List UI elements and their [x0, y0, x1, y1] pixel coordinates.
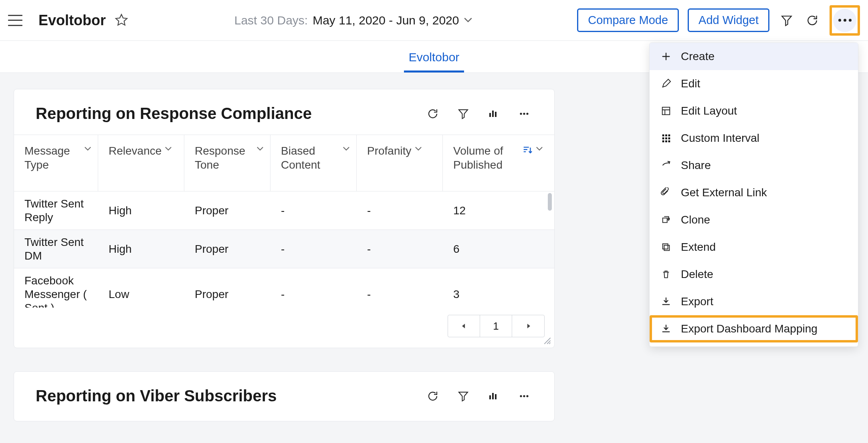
menu-item-extend[interactable]: Extend	[650, 234, 858, 261]
widget-more-icon[interactable]	[516, 388, 533, 405]
grid-icon	[660, 132, 672, 144]
table-cell: Low	[98, 268, 184, 308]
widget-chart-icon[interactable]	[485, 388, 502, 405]
menu-item-clone[interactable]: Clone	[650, 206, 858, 234]
sort-indicator-icon	[522, 145, 533, 156]
more-options-menu: CreateEditEdit LayoutCustom IntervalShar…	[649, 42, 858, 347]
refresh-icon[interactable]	[804, 12, 821, 29]
widget-response-compliance: Reporting on Response Compliance Message…	[14, 89, 555, 348]
table-cell: Twitter Sent DM	[14, 230, 98, 268]
table-cell: -	[270, 268, 357, 308]
table-cell: Proper	[184, 230, 270, 268]
menu-item-label: Edit Layout	[681, 105, 737, 117]
date-range-value: May 11, 2020 - Jun 9, 2020	[313, 14, 459, 27]
more-options-button[interactable]	[830, 5, 860, 36]
trash-icon	[660, 268, 672, 280]
table-cell: -	[270, 230, 357, 268]
compare-mode-button[interactable]: Compare Mode	[577, 8, 679, 32]
clip-icon	[660, 187, 672, 199]
menu-item-label: Edit	[681, 77, 700, 90]
clone-icon	[660, 214, 672, 226]
menu-item-create[interactable]: Create	[650, 43, 858, 70]
chevron-down-icon	[415, 145, 422, 153]
col-volume-published[interactable]: Volume of Published	[443, 135, 549, 191]
filter-icon[interactable]	[778, 12, 795, 29]
widget-more-icon[interactable]	[516, 105, 533, 122]
chevron-down-icon	[256, 145, 264, 153]
widget-refresh-icon[interactable]	[424, 105, 441, 122]
table-cell: 12	[443, 191, 549, 230]
menu-item-delete[interactable]: Delete	[650, 261, 858, 288]
download-icon	[660, 296, 672, 308]
menu-item-label: Custom Interval	[681, 132, 759, 145]
table-cell: -	[270, 191, 357, 230]
page-prev-button[interactable]	[448, 315, 480, 337]
tab-evoltobor[interactable]: Evoltobor	[404, 50, 464, 72]
compliance-table: Message Type Relevance Response Tone Bia…	[14, 135, 554, 308]
add-widget-button[interactable]: Add Widget	[688, 8, 769, 32]
chevron-down-icon	[84, 145, 91, 153]
table-row: Facebook Messenger ( Sent )LowProper--3	[14, 268, 554, 308]
page-next-button[interactable]	[512, 315, 544, 337]
resize-handle-icon[interactable]	[543, 336, 552, 345]
download-icon	[660, 323, 672, 335]
table-cell: Proper	[184, 191, 270, 230]
page-number[interactable]: 1	[480, 315, 512, 337]
menu-item-label: Extend	[681, 241, 716, 254]
menu-item-label: Clone	[681, 213, 710, 226]
table-cell: Proper	[184, 268, 270, 308]
table-cell: -	[357, 268, 443, 308]
widget-viber-subscribers: Reporting on Viber Subscribers	[14, 371, 555, 421]
date-range-selector[interactable]: Last 30 Days: May 11, 2020 - Jun 9, 2020	[130, 14, 577, 27]
chevron-down-icon	[343, 145, 350, 153]
widget-title: Reporting on Response Compliance	[36, 105, 424, 123]
table-cell: High	[98, 230, 184, 268]
table-cell: 3	[443, 268, 549, 308]
menu-item-label: Get External Link	[681, 186, 767, 199]
menu-item-label: Delete	[681, 268, 713, 281]
table-cell: High	[98, 191, 184, 230]
table-cell: Facebook Messenger ( Sent )	[14, 268, 98, 308]
menu-item-edit[interactable]: Edit	[650, 70, 858, 97]
table-cell: 6	[443, 230, 549, 268]
table-row: Twitter Sent ReplyHighProper--12	[14, 191, 554, 230]
widget-chart-icon[interactable]	[485, 105, 502, 122]
widget-filter-icon[interactable]	[455, 105, 472, 122]
menu-item-label: Share	[681, 159, 711, 172]
widget-filter-icon[interactable]	[455, 388, 472, 405]
widget-title: Reporting on Viber Subscribers	[36, 387, 424, 405]
header-actions: Compare Mode Add Widget	[577, 5, 860, 36]
menu-item-get-external-link[interactable]: Get External Link	[650, 179, 858, 206]
layout-icon	[660, 105, 672, 117]
menu-item-share[interactable]: Share	[650, 152, 858, 179]
plus-icon	[660, 50, 672, 62]
widget-refresh-icon[interactable]	[424, 388, 441, 405]
menu-item-edit-layout[interactable]: Edit Layout	[650, 97, 858, 125]
menu-item-custom-interval[interactable]: Custom Interval	[650, 125, 858, 152]
chevron-down-icon	[464, 16, 472, 25]
table-body: Twitter Sent ReplyHighProper--12Twitter …	[14, 191, 554, 308]
col-response-tone[interactable]: Response Tone	[184, 135, 270, 191]
date-range-prefix: Last 30 Days:	[234, 14, 308, 27]
extend-icon	[660, 241, 672, 253]
col-profanity[interactable]: Profanity	[357, 135, 443, 191]
col-message-type[interactable]: Message Type	[14, 135, 98, 191]
col-relevance[interactable]: Relevance	[98, 135, 184, 191]
top-header: Evoltobor Last 30 Days: May 11, 2020 - J…	[0, 0, 868, 41]
more-icon	[833, 9, 856, 32]
col-biased-content[interactable]: Biased Content	[270, 135, 357, 191]
table-cell: Twitter Sent Reply	[14, 191, 98, 230]
star-icon[interactable]	[113, 12, 130, 29]
table-cell: -	[357, 191, 443, 230]
dashboard-title: Evoltobor	[38, 12, 106, 29]
chevron-down-icon	[165, 145, 172, 153]
menu-item-export[interactable]: Export	[650, 288, 858, 315]
table-cell: -	[357, 230, 443, 268]
table-row: Twitter Sent DMHighProper--6	[14, 230, 554, 268]
menu-item-label: Export	[681, 295, 713, 308]
pagination: 1	[448, 315, 545, 337]
menu-item-label: Export Dashboard Mapping	[681, 322, 818, 335]
scrollbar-thumb[interactable]	[548, 193, 552, 211]
menu-item-export-dashboard-mapping[interactable]: Export Dashboard Mapping	[650, 315, 858, 342]
hamburger-menu-icon[interactable]	[8, 15, 22, 26]
